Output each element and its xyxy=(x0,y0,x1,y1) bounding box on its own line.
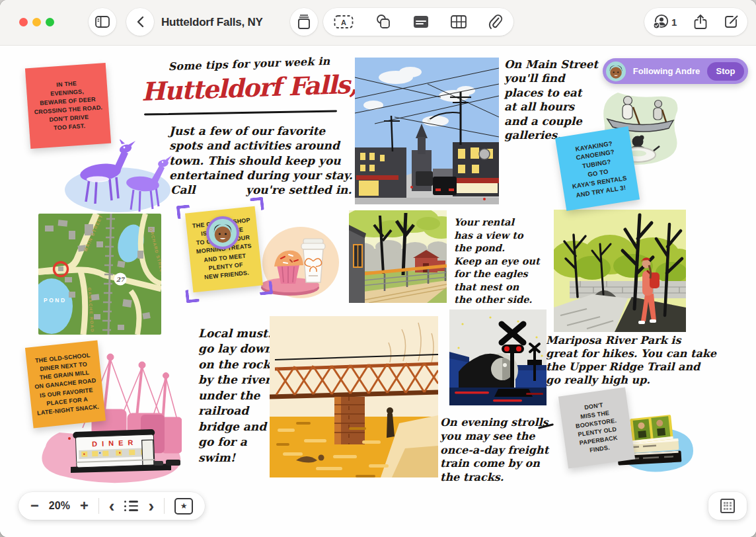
divider xyxy=(164,498,165,514)
sticky-note-deer-warning[interactable]: IN THE EVENINGS, BEWARE OF DEER CROSSING… xyxy=(25,63,111,149)
svg-text:27: 27 xyxy=(116,276,126,283)
collaborate-icon xyxy=(652,14,669,30)
collaborator-count: 1 xyxy=(671,17,677,28)
minimize-button[interactable] xyxy=(32,18,41,26)
hw-main-street-text[interactable]: On Main Street you'll find places to eat… xyxy=(504,58,598,143)
new-board-button[interactable] xyxy=(724,14,739,30)
table-tool[interactable] xyxy=(451,15,467,28)
note-text: THE OLD-SCHOOL DINER NEXT TO THE GRAIN M… xyxy=(31,351,99,418)
share-button[interactable] xyxy=(693,14,708,30)
window-actions: 1 xyxy=(644,8,747,36)
board-canvas[interactable]: IN THE EVENINGS, BEWARE OF DEER CROSSING… xyxy=(0,46,756,537)
chevron-left-icon xyxy=(136,16,144,28)
sticky-note-tool[interactable] xyxy=(290,8,318,36)
text-box-tool[interactable]: A xyxy=(334,15,354,29)
note-text: IN THE EVENINGS, BEWARE OF DEER CROSSING… xyxy=(32,77,104,134)
town-map-illustration[interactable]: 27 MAIN STREET GANACHE ROAD ORCHARD STRE… xyxy=(38,214,161,335)
hiking-trail-illustration[interactable] xyxy=(554,210,686,332)
divider xyxy=(98,498,99,514)
insert-toolbar: A xyxy=(323,8,513,36)
share-icon xyxy=(693,14,708,30)
hw-mariposa-text[interactable]: Mariposa River Park is great for hikes. … xyxy=(546,334,716,387)
sidebar-toggle-button[interactable] xyxy=(89,8,116,36)
intro-settled-text[interactable]: you're settled in. xyxy=(246,183,352,196)
sticky-note-kayak[interactable]: KAYAKING? CANOEING? TUBING? GO TO KAYA'S… xyxy=(555,126,640,211)
train-crossing-illustration[interactable] xyxy=(449,310,547,405)
main-street-illustration[interactable] xyxy=(355,58,499,204)
freeform-window: Hutteldorf Falls, NY A xyxy=(0,0,756,537)
following-label: Following Andre xyxy=(626,66,707,76)
zoom-window-button[interactable] xyxy=(46,18,54,26)
collaborate-button[interactable]: 1 xyxy=(652,14,677,30)
zoom-out-button[interactable]: − xyxy=(30,499,39,513)
star-icon: ★ xyxy=(180,501,188,511)
note-tool[interactable] xyxy=(413,15,429,28)
shapes-tool[interactable] xyxy=(375,14,391,30)
zoom-level[interactable]: 20% xyxy=(49,500,70,512)
sticky-note-icon xyxy=(297,14,311,30)
previous-board-button[interactable]: ‹ xyxy=(109,497,115,515)
intro-text[interactable]: Just a few of our favorite spots and act… xyxy=(169,124,353,183)
dots-grid-icon xyxy=(720,499,735,513)
sticky-note-bookstore[interactable]: DON'T MISS THE BOOKSTORE. PLENTY OLD PAP… xyxy=(558,387,635,468)
svg-text:A: A xyxy=(341,19,346,26)
following-banner: Following Andre Stop xyxy=(603,58,748,84)
note-text: DON'T MISS THE BOOKSTORE. PLENTY OLD PAP… xyxy=(573,399,621,456)
andre-avatar xyxy=(606,62,626,81)
board-overview-button[interactable] xyxy=(708,492,747,520)
svg-text:POND: POND xyxy=(44,297,67,304)
hw-evening-text[interactable]: On evening strolls you may see the once-… xyxy=(440,416,548,485)
note-text: KAYAKING? CANOEING? TUBING? GO TO KAYA'S… xyxy=(566,138,628,200)
board-list-button[interactable] xyxy=(124,501,138,511)
close-button[interactable] xyxy=(19,18,28,26)
favorites-button[interactable]: ★ xyxy=(174,498,193,515)
zoom-in-button[interactable]: + xyxy=(80,499,89,513)
svg-text:DINER: DINER xyxy=(92,438,138,448)
compose-icon xyxy=(724,14,739,30)
hw-rental-text[interactable]: Your rental has a view to the pond. Keep… xyxy=(454,216,540,306)
title-bar: Hutteldorf Falls, NY A xyxy=(0,0,756,46)
board-title[interactable]: Hutteldorf Falls, NY xyxy=(161,16,263,29)
heading-underline xyxy=(144,110,337,115)
rental-porch-illustration[interactable] xyxy=(349,210,447,303)
sticky-note-diner[interactable]: THE OLD-SCHOOL DINER NEXT TO THE GRAIN M… xyxy=(25,341,106,429)
memoji-avatar-icon xyxy=(606,62,626,81)
next-board-button[interactable]: › xyxy=(148,497,154,515)
deer-illustration[interactable] xyxy=(59,140,172,216)
attachment-tool[interactable] xyxy=(488,14,503,30)
collaborator-cursor-avatar xyxy=(206,216,239,249)
stop-following-button[interactable]: Stop xyxy=(707,62,744,81)
intro-call-text[interactable]: Call xyxy=(170,183,195,196)
back-button[interactable] xyxy=(126,8,154,36)
canvas-controls-bar: − 20% + ‹ › ★ xyxy=(19,492,205,520)
hw-local-must-text[interactable]: Local must: go lay down on the rocks by … xyxy=(198,326,277,466)
memoji-avatar-icon xyxy=(209,219,237,247)
sidebar-icon xyxy=(95,16,110,28)
railroad-bridge-illustration[interactable] xyxy=(270,316,438,477)
